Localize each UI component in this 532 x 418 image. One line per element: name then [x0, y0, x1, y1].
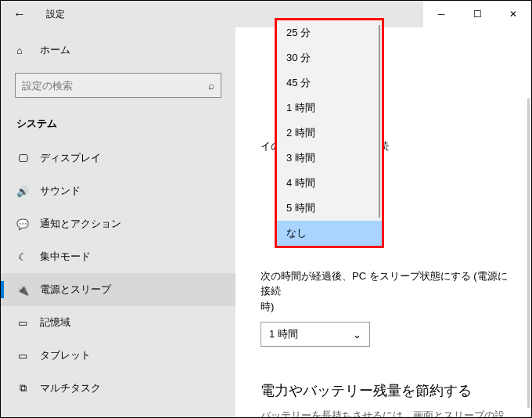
sleep-text: 次の時間が経過後、PC をスリープ状態にする (電源に接続 時) [261, 268, 512, 315]
dropdown-option[interactable]: 45 分 [277, 70, 382, 95]
section-label: システム [1, 112, 235, 142]
nav-label: タブレット [40, 348, 91, 362]
nav-focus[interactable]: ☾ 集中モード [1, 240, 235, 273]
power-icon: 🔌 [16, 284, 29, 296]
display-icon: 🖵 [16, 153, 29, 164]
dropdown-option[interactable]: 2 時間 [277, 121, 382, 146]
nav-label: ディスプレイ [40, 151, 101, 165]
focus-icon: ☾ [16, 251, 29, 263]
dropdown-option-selected[interactable]: なし [277, 221, 382, 246]
dropdown-option[interactable]: 1 時間 [277, 95, 382, 121]
maximize-button[interactable]: ☐ [459, 1, 495, 27]
chevron-down-icon: ⌄ [353, 329, 361, 341]
nav-label: マルチタスク [40, 381, 101, 395]
nav-notifications[interactable]: 💬 通知とアクション [1, 207, 235, 240]
window-title: 設定 [46, 8, 65, 21]
nav-power-sleep[interactable]: 🔌 電源とスリープ [1, 273, 235, 306]
back-button[interactable]: ← [1, 1, 38, 27]
window-controls: ─ ☐ ✕ [423, 1, 531, 27]
nav-label: サウンド [40, 184, 81, 198]
nav-label: 集中モード [40, 250, 91, 264]
multitask-icon: ⧉ [16, 382, 29, 395]
select-value: 1 時間 [269, 327, 298, 341]
section-heading: 電力やバッテリー残量を節約する [261, 381, 512, 400]
notifications-icon: 💬 [16, 218, 29, 230]
nav-tablet[interactable]: ▭ タブレット [1, 339, 235, 372]
nav-label: 通知とアクション [40, 217, 121, 231]
home-icon: ⌂ [16, 45, 29, 56]
minimize-button[interactable]: ─ [423, 1, 459, 27]
search-icon: ⌕ [208, 79, 214, 92]
dropdown-option[interactable]: 30 分 [277, 45, 382, 70]
home-label: ホーム [40, 43, 70, 57]
sleep-time-select[interactable]: 1 時間 ⌄ [261, 322, 370, 347]
content-scrollbar[interactable] [527, 98, 530, 408]
dropdown-scrollbar[interactable] [379, 25, 380, 218]
search-input[interactable] [22, 80, 208, 92]
home-link[interactable]: ⌂ ホーム [1, 37, 235, 63]
nav-sound[interactable]: 🔊 サウンド [1, 175, 235, 207]
nav-multitask[interactable]: ⧉ マルチタスク [1, 372, 235, 405]
tablet-icon: ▭ [16, 350, 29, 362]
section-subtext: バッテリーを長持ちさせるには、画面とスリープの設定で短い時間を選択します。 [261, 408, 512, 417]
dropdown-option[interactable]: 4 時間 [277, 171, 382, 196]
sound-icon: 🔊 [16, 186, 29, 197]
nav-label: 記憶域 [40, 315, 70, 330]
dropdown-option[interactable]: 25 分 [277, 20, 382, 45]
nav-display[interactable]: 🖵 ディスプレイ [1, 142, 235, 175]
sidebar: ⌂ ホーム ⌕ システム 🖵 ディスプレイ 🔊 サウンド 💬 通知とアクション … [1, 27, 235, 417]
nav-storage[interactable]: ▭ 記憶域 [1, 306, 235, 339]
search-box[interactable]: ⌕ [15, 73, 221, 98]
time-dropdown-open[interactable]: 25 分 30 分 45 分 1 時間 2 時間 3 時間 4 時間 5 時間 … [275, 18, 384, 248]
title-bar: ← 設定 ─ ☐ ✕ [1, 1, 531, 27]
dropdown-option[interactable]: 5 時間 [277, 196, 382, 221]
close-button[interactable]: ✕ [495, 1, 531, 27]
nav-label: 電源とスリープ [40, 283, 111, 297]
storage-icon: ▭ [16, 317, 29, 329]
dropdown-option[interactable]: 3 時間 [277, 146, 382, 171]
